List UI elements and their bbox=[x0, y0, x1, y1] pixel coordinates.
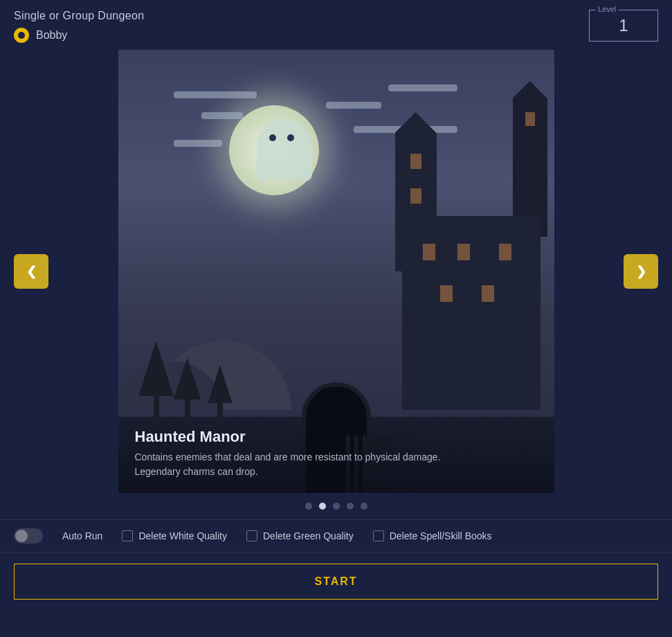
controls-bar: Auto Run Delete White Quality Delete Gre… bbox=[0, 519, 672, 552]
chevron-right-icon: ❯ bbox=[636, 264, 646, 279]
player-row: Bobby bbox=[14, 28, 144, 43]
prev-arrow-button[interactable]: ❮ bbox=[14, 254, 48, 289]
auto-run-toggle[interactable] bbox=[14, 528, 43, 544]
tree-top-1 bbox=[139, 341, 174, 396]
start-section: START bbox=[0, 552, 672, 611]
castle-window-tl2 bbox=[410, 188, 421, 204]
ghost-bump1 bbox=[257, 168, 271, 181]
dot-5[interactable] bbox=[361, 503, 367, 510]
player-icon bbox=[14, 28, 29, 43]
carousel-dots bbox=[0, 493, 672, 519]
delete-green-label: Delete Green Quality bbox=[263, 530, 354, 541]
start-button[interactable]: START bbox=[14, 564, 658, 600]
dot-1[interactable] bbox=[305, 503, 312, 510]
castle-window-tl bbox=[410, 154, 421, 169]
delete-green-checkbox-item[interactable]: Delete Green Quality bbox=[246, 530, 354, 541]
dungeon-desc-line1: Contains enemies that deal and are more … bbox=[135, 450, 538, 465]
dot-3[interactable] bbox=[333, 503, 340, 510]
auto-run-label: Auto Run bbox=[62, 530, 102, 541]
ghost-eye-right bbox=[287, 134, 294, 141]
ghost-body bbox=[257, 119, 312, 168]
dot-2[interactable] bbox=[319, 503, 326, 510]
level-box: Level 1 bbox=[589, 10, 658, 42]
header: Single or Group Dungeon Bobby Level 1 bbox=[0, 0, 672, 50]
cloud6 bbox=[174, 140, 222, 147]
castle-window-m2 bbox=[457, 244, 470, 260]
header-left: Single or Group Dungeon Bobby bbox=[14, 10, 144, 43]
castle-window-tr bbox=[525, 112, 535, 126]
castle-main bbox=[402, 216, 541, 410]
level-value: 1 bbox=[601, 16, 646, 35]
cloud1 bbox=[174, 91, 257, 98]
delete-spell-checkbox-item[interactable]: Delete Spell/Skill Books bbox=[373, 530, 492, 541]
tree-2 bbox=[174, 358, 201, 417]
player-icon-inner bbox=[18, 32, 25, 39]
cloud2 bbox=[326, 102, 381, 109]
dungeon-type-label: Single or Group Dungeon bbox=[14, 10, 144, 22]
dungeon-desc-line2: Legendary charms can drop. bbox=[135, 465, 538, 479]
castle-window-m1 bbox=[423, 244, 435, 260]
next-arrow-button[interactable]: ❯ bbox=[624, 254, 658, 289]
dungeon-scene: Haunted Manor Contains enemies that deal… bbox=[118, 50, 554, 493]
cloud3 bbox=[388, 84, 457, 91]
delete-white-label: Delete White Quality bbox=[138, 530, 227, 541]
ghost-bottom bbox=[257, 168, 312, 181]
tree-3 bbox=[208, 365, 233, 417]
tree-top-3 bbox=[208, 365, 233, 403]
ghost-bump4 bbox=[298, 168, 312, 181]
delete-spell-label: Delete Spell/Skill Books bbox=[390, 530, 492, 541]
castle-window-m4 bbox=[440, 285, 453, 302]
tree-1 bbox=[139, 341, 174, 417]
dot-4[interactable] bbox=[347, 503, 354, 510]
ghost-bump2 bbox=[271, 168, 284, 181]
dungeon-name: Haunted Manor bbox=[135, 428, 538, 446]
level-label: Level bbox=[595, 5, 619, 13]
delete-green-checkbox[interactable] bbox=[246, 530, 257, 541]
ghost-eye-left bbox=[269, 134, 276, 141]
delete-spell-checkbox[interactable] bbox=[373, 530, 384, 541]
ghost-eyes bbox=[269, 134, 294, 141]
castle-window-m3 bbox=[499, 244, 511, 260]
ghost bbox=[257, 119, 312, 181]
main-content: ❮ bbox=[14, 50, 658, 493]
castle-window-m5 bbox=[482, 285, 494, 302]
dungeon-image: Haunted Manor Contains enemies that deal… bbox=[118, 50, 554, 493]
ghost-bump3 bbox=[284, 168, 298, 181]
delete-white-checkbox[interactable] bbox=[122, 530, 133, 541]
chevron-left-icon: ❮ bbox=[26, 264, 37, 279]
image-overlay: Haunted Manor Contains enemies that deal… bbox=[118, 414, 554, 493]
castle bbox=[374, 147, 554, 410]
tree-top-2 bbox=[174, 358, 201, 400]
player-name: Bobby bbox=[36, 29, 67, 42]
cloud4 bbox=[201, 112, 243, 119]
toggle-knob bbox=[15, 530, 28, 542]
delete-white-checkbox-item[interactable]: Delete White Quality bbox=[122, 530, 227, 541]
dungeon-image-wrapper: Haunted Manor Contains enemies that deal… bbox=[118, 50, 554, 493]
